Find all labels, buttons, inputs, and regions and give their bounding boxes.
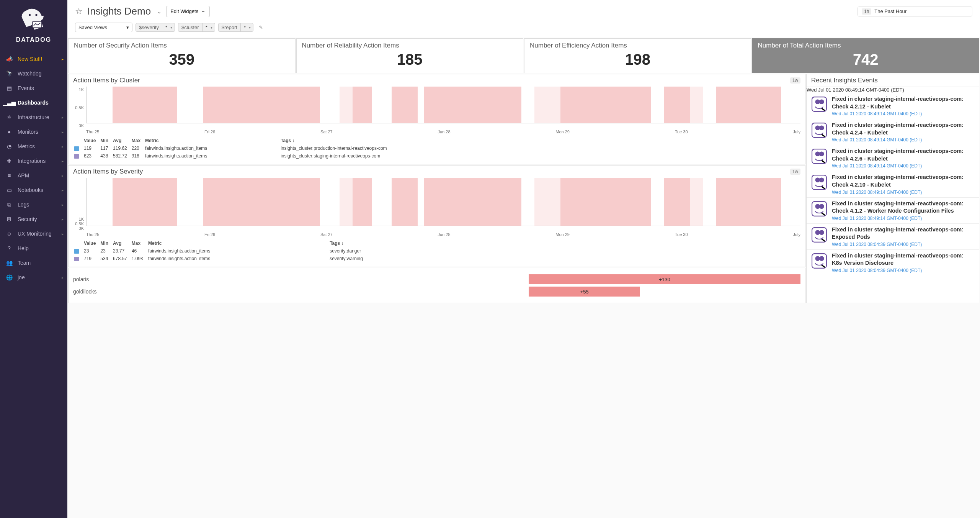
stat-value: 359 <box>74 51 290 68</box>
sidebar-item-watchdog[interactable]: 🔭Watchdog <box>0 66 67 81</box>
legend-row[interactable]: 623438582.72916fairwinds.insights.action… <box>74 152 391 159</box>
event-row[interactable]: Fixed in cluster staging-internal-reacti… <box>807 197 979 223</box>
color-swatch-icon <box>74 154 79 159</box>
sidebar-item-label: New Stuff! <box>18 56 42 62</box>
chevron-right-icon: ▸ <box>62 144 64 149</box>
events-title: Recent Insights Events <box>807 74 979 87</box>
tvar-value: * <box>162 23 170 31</box>
event-source-icon <box>810 226 828 244</box>
sidebar-item-apm[interactable]: ≡APM▸ <box>0 168 67 183</box>
chevron-right-icon: ▸ <box>62 275 64 280</box>
sidebar-item-logs[interactable]: ⧉Logs▸ <box>0 197 67 212</box>
delta-bars-panel: polaris+130goldilocks+55 <box>68 268 805 303</box>
sidebar-item-team[interactable]: 👥Team <box>0 256 67 270</box>
color-swatch-icon <box>74 257 79 261</box>
event-row[interactable]: Fixed in cluster staging-internal-reacti… <box>807 145 979 171</box>
bar-fill: +130 <box>529 274 800 284</box>
chart1-xaxis: Thu 25Fri 26Sat 27Jun 28Mon 29Tue 30July <box>86 129 800 134</box>
sidebar-item-metrics[interactable]: ◔Metrics▸ <box>0 139 67 154</box>
pencil-icon[interactable]: ✎ <box>256 24 265 31</box>
color-swatch-icon <box>74 146 79 151</box>
sidebar-item-help[interactable]: ?Help <box>0 241 67 256</box>
bar-fill: +55 <box>529 287 640 297</box>
sidebar-item-label: Watchdog <box>18 70 42 77</box>
sidebar-item-integrations[interactable]: ✚Integrations▸ <box>0 154 67 168</box>
chart1-plot[interactable]: 1K 0.5K 0K <box>73 87 800 129</box>
event-row[interactable]: Fixed in cluster staging-internal-reacti… <box>807 223 979 249</box>
chevron-down-icon: ▾ <box>170 25 175 30</box>
gauge-icon: ◔ <box>5 143 13 150</box>
sidebar-item-monitors[interactable]: ●Monitors▸ <box>0 125 67 139</box>
template-var-cluster[interactable]: $cluster*▾ <box>178 23 215 32</box>
stat-card[interactable]: Number of Efficiency Action Items198 <box>524 38 751 73</box>
stat-card[interactable]: Number of Total Action Items742 <box>752 38 980 73</box>
sidebar-item-label: Infrastructure <box>18 114 49 120</box>
sidebar-item-events[interactable]: ▤Events <box>0 81 67 95</box>
event-timestamp: Wed Jul 01 2020 08:49:14 GMT-0400 (EDT) <box>832 163 975 169</box>
chevron-down-icon: ▾ <box>126 25 129 30</box>
sidebar-item-infrastructure[interactable]: ⚛Infrastructure▸ <box>0 110 67 125</box>
svg-rect-9 <box>812 149 826 164</box>
event-source-icon <box>810 121 828 139</box>
stat-card[interactable]: Number of Reliability Action Items185 <box>296 38 524 73</box>
title-dropdown-icon[interactable]: ⌄ <box>157 8 162 15</box>
logo[interactable]: DATADOG <box>0 0 67 47</box>
event-row[interactable]: Fixed in cluster staging-internal-reacti… <box>807 93 979 119</box>
sidebar-item-notebooks[interactable]: ▭Notebooks▸ <box>0 183 67 197</box>
event-source-icon <box>810 252 828 270</box>
chart1-legend: ValueMinAvgMaxMetric Tags ↓ 119117119.62… <box>73 136 392 160</box>
legend-row[interactable]: 119117119.62220fairwinds.insights.action… <box>74 145 391 152</box>
recent-events-panel: Recent Insights Events Wed Jul 01 2020 0… <box>806 74 979 303</box>
svg-point-20 <box>819 230 824 235</box>
chevron-right-icon: ▸ <box>62 130 64 134</box>
template-var-severity[interactable]: $severity*▾ <box>136 23 175 32</box>
svg-rect-15 <box>812 202 826 216</box>
event-title: Fixed in cluster staging-internal-reacti… <box>832 174 975 189</box>
filter-row: Saved Views ▾ $severity*▾$cluster*▾$repo… <box>67 21 980 38</box>
sidebar-item-ux-monitoring[interactable]: ☺UX Monitoring▸ <box>0 226 67 241</box>
chevron-right-icon: ▸ <box>62 188 64 192</box>
chart2-plot[interactable]: 1K 0.5K 0K <box>73 178 800 231</box>
event-row[interactable]: Fixed in cluster staging-internal-reacti… <box>807 171 979 197</box>
delta-bar-row[interactable]: goldilocks+55 <box>73 287 800 297</box>
sidebar-item-joe[interactable]: 🌐joe▸ <box>0 270 67 285</box>
sidebar-item-label: Team <box>18 260 31 266</box>
time-range-selector[interactable]: 1h The Past Hour <box>858 7 972 16</box>
event-row[interactable]: Fixed in cluster staging-internal-reacti… <box>807 119 979 145</box>
legend-row[interactable]: 719534678.571.09Kfairwinds.insights.acti… <box>74 255 367 262</box>
chart1-title: Action Items by Cluster <box>73 77 140 84</box>
chart1-yaxis: 1K 0.5K 0K <box>73 87 85 129</box>
tvar-value: * <box>203 23 211 31</box>
event-title: Fixed in cluster staging-internal-reacti… <box>832 95 975 110</box>
sidebar: DATADOG 📣New Stuff!▸🔭Watchdog▤Events▁▃▅D… <box>0 0 67 518</box>
svg-point-14 <box>819 178 824 183</box>
sidebar-item-security[interactable]: ⛨Security▸ <box>0 212 67 226</box>
puzzle-icon: ✚ <box>5 157 13 165</box>
stat-title: Number of Total Action Items <box>758 42 974 49</box>
delta-bar-row[interactable]: polaris+130 <box>73 274 800 284</box>
stat-card[interactable]: Number of Security Action Items359 <box>68 38 296 73</box>
stat-value: 185 <box>302 51 518 68</box>
saved-views-dropdown[interactable]: Saved Views ▾ <box>75 23 132 32</box>
legend-row[interactable]: 232323.7746fairwinds.insights.action_ite… <box>74 248 367 254</box>
time-label: The Past Hour <box>874 8 906 14</box>
svg-rect-21 <box>812 254 826 268</box>
event-timestamp: Wed Jul 01 2020 08:49:14 GMT-0400 (EDT) <box>832 216 975 221</box>
event-row[interactable]: Fixed in cluster staging-internal-reacti… <box>807 249 979 275</box>
sidebar-item-dashboards[interactable]: ▁▃▅Dashboards <box>0 95 67 110</box>
star-icon[interactable]: ☆ <box>75 7 83 16</box>
template-var-report[interactable]: $report*▾ <box>218 23 253 32</box>
stat-value: 198 <box>530 51 746 68</box>
logs-icon: ⧉ <box>5 201 13 208</box>
chevron-right-icon: ▸ <box>62 57 64 61</box>
sidebar-item-new-stuff-[interactable]: 📣New Stuff!▸ <box>0 52 67 66</box>
event-timestamp: Wed Jul 01 2020 08:04:39 GMT-0400 (EDT) <box>832 268 975 273</box>
chart2-range-badge[interactable]: 1w <box>790 169 800 175</box>
event-source-icon <box>810 200 828 218</box>
chart1-range-badge[interactable]: 1w <box>790 77 800 84</box>
book-icon: ▭ <box>5 186 13 194</box>
binoculars-icon: 🔭 <box>5 70 13 77</box>
sidebar-item-label: Metrics <box>18 143 35 149</box>
header-bar: ☆ Insights Demo ⌄ Edit Widgets ＋ 1h The … <box>67 0 980 21</box>
edit-widgets-button[interactable]: Edit Widgets ＋ <box>166 6 210 17</box>
